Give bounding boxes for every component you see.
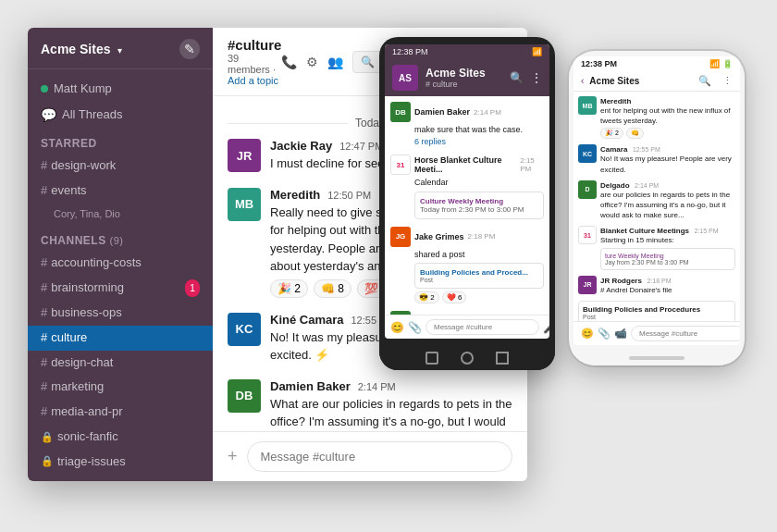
message-author: Jackie Ray (270, 139, 332, 153)
iphone-back-button[interactable]: ‹ (581, 76, 584, 86)
reaction[interactable]: 👊 8 (314, 279, 352, 298)
lock-icon: 🔒 (41, 429, 54, 446)
user-name: Matt Kump (54, 80, 112, 99)
phone-post-card: Building Policies and Proced... Post (414, 263, 544, 289)
phone-post-title[interactable]: Building Policies and Proced... (420, 268, 538, 277)
sidebar-item-design-chat[interactable]: # design-chat (28, 351, 213, 376)
sidebar-item-accounting-costs[interactable]: # accounting-costs (28, 251, 213, 276)
android-search-icon[interactable]: 🔍 (510, 71, 524, 84)
message-text: What are our policies in regards to pets… (270, 395, 512, 432)
android-emoji-icon[interactable]: 😊 (390, 321, 404, 334)
iphone-author: JR Rodgers (600, 277, 642, 285)
iphone-home-bar (569, 351, 745, 365)
channel-label: events (51, 181, 86, 201)
sidebar-item-all-threads[interactable]: 💬 All Threads (28, 102, 213, 128)
android-recents-icon[interactable] (496, 352, 509, 365)
add-topic[interactable]: Add a topic (228, 75, 278, 86)
add-channel-button[interactable]: + Add a channel (28, 475, 213, 481)
iphone-msg-camara: KC Camara 12:55 PM No! It was my pleasur… (578, 144, 735, 174)
info-icon[interactable]: ⚙ (306, 55, 318, 69)
phone-event-time: Today from 2:30 PM to 3:00 PM (420, 205, 538, 214)
phone-text: make sure that was the case. (390, 124, 544, 136)
hash-icon: # (41, 328, 47, 348)
channel-label: brainstorming (51, 278, 124, 298)
workspace-chevron-icon: ▾ (117, 45, 122, 56)
phone-msg-header: 31 Horse Blanket Culture Meeti... 2:15 P… (390, 155, 544, 175)
android-workspace-name: Acme Sites (426, 67, 510, 80)
reaction[interactable]: 🎉 2 (270, 279, 308, 298)
new-message-button[interactable]: ✎ (179, 39, 200, 59)
android-home-icon[interactable] (461, 352, 474, 365)
android-more-icon[interactable]: ⋮ (531, 71, 542, 84)
iphone-emoji-icon[interactable]: 😊 (581, 328, 594, 340)
iphone-msg-row: D Delgado 2:14 PM are our policies in re… (578, 180, 735, 221)
phone-replies[interactable]: 6 replies (390, 136, 544, 148)
iphone-search-icon[interactable]: 🔍 (698, 75, 711, 87)
iphone-event-card: ture Weekly Meeting Jay from 2:30 PM to … (600, 248, 735, 270)
screenshot-container: Acme Sites ▾ ✎ Matt Kump 💬 All Threads S… (0, 0, 777, 532)
iphone-message-input[interactable] (631, 326, 740, 341)
iphone-time: 2:15 PM (695, 228, 719, 234)
phone-msg-calendar: 31 Horse Blanket Culture Meeti... 2:15 P… (390, 155, 544, 219)
iphone-msg-row: KC Camara 12:55 PM No! It was my pleasur… (578, 144, 735, 174)
message-input[interactable] (247, 441, 512, 472)
iphone-attach-icon[interactable]: 📎 (598, 328, 610, 340)
phone-icon[interactable]: 📞 (281, 55, 297, 69)
iphone-screen: 12:38 PM 📶 🔋 ‹ Acme Sites 🔍 ⋮ MB (574, 56, 740, 345)
iphone-nav: ‹ Acme Sites 🔍 ⋮ (574, 71, 740, 92)
iphone-reaction[interactable]: 🎉 2 (600, 128, 623, 139)
channel-label: design-work (51, 156, 116, 176)
members-icon[interactable]: 👥 (327, 55, 343, 69)
sidebar-item-media-and-pr[interactable]: # media-and-pr (28, 400, 213, 425)
android-audio-icon[interactable]: 🎤 (543, 321, 549, 334)
android-back-icon[interactable] (426, 352, 438, 365)
iphone-reactions: 🎉 2 👊 (600, 128, 735, 139)
sidebar-item-brainstorming[interactable]: # brainstorming 1 (28, 276, 213, 301)
channel-label: culture (51, 328, 87, 348)
all-threads-label: All Threads (62, 105, 123, 125)
iphone-msg-jr: JR JR Rodgers 2:18 PM # Andrei Donaire's… (578, 276, 735, 295)
sidebar-item-sonic-fanfic[interactable]: 🔒 sonic-fanfic (28, 425, 213, 450)
plus-icon: + (41, 477, 49, 481)
add-attachment-button[interactable]: + (228, 447, 238, 466)
channel-name: #culture (228, 37, 281, 53)
sidebar-item-user[interactable]: Matt Kump (28, 77, 213, 102)
iphone-msg-content: Camara 12:55 PM No! It was my pleasure! … (600, 144, 735, 174)
iphone-time: 2:18 PM (647, 278, 671, 284)
sidebar-item-marketing[interactable]: # marketing (28, 375, 213, 400)
android-header-icons: 🔍 ⋮ (510, 71, 542, 84)
android-screen: 12:38 PM 📶 AS Acme Sites # culture 🔍 ⋮ (385, 44, 549, 339)
iphone-author: Camara (600, 145, 627, 154)
iphone-msg-delgado: D Delgado 2:14 PM are our policies in re… (578, 180, 735, 221)
iphone-msg-post: Building Policies and Procedures Post (578, 301, 735, 321)
iphone-text: No! It was my pleasure! People are very … (600, 154, 735, 174)
iphone-avatar: D (578, 180, 597, 199)
iphone-video-icon[interactable]: 📹 (614, 328, 627, 340)
iphone-author: Delgado (600, 181, 630, 190)
phone-reaction[interactable]: ❤️ 6 (442, 291, 467, 303)
iphone-reaction[interactable]: 👊 (626, 128, 644, 139)
iphone-text: Starting in 15 minutes: (600, 235, 735, 245)
workspace-name: Acme Sites (41, 42, 110, 56)
phone-text: Calendar (390, 177, 544, 189)
phone-reaction[interactable]: 😎 2 (414, 291, 439, 303)
iphone-msg-content: Meredith ent for helping out with the ne… (600, 96, 735, 139)
sidebar-item-events[interactable]: # events (28, 179, 213, 204)
android-message-input[interactable] (426, 319, 539, 335)
sidebar-item-design-work[interactable]: # design-work (28, 154, 213, 179)
android-time: 12:38 PM (392, 47, 428, 56)
phone-post-label: Post (420, 277, 538, 283)
avatar: JR (228, 139, 261, 172)
member-count: 39 members (228, 53, 270, 75)
iphone-more-icon[interactable]: ⋮ (722, 75, 733, 87)
sidebar-item-culture[interactable]: # culture (28, 326, 213, 351)
workspace-name-container[interactable]: Acme Sites ▾ (41, 42, 122, 56)
iphone-text: are our policies in regards to pets in t… (600, 190, 735, 221)
iphone-msg-header: Blanket Culture Meetings 2:15 PM (600, 226, 735, 235)
sidebar-item-triage-issues[interactable]: 🔒 triage-issues (28, 450, 213, 475)
phone-msg-1: DB Damien Baker 2:14 PM make sure that w… (390, 102, 544, 147)
iphone-text: ent for helping out with the new influx … (600, 105, 735, 126)
user-status-dot (41, 85, 48, 93)
sidebar-item-business-ops[interactable]: # business-ops (28, 301, 213, 326)
android-attachment-icon[interactable]: 📎 (408, 321, 422, 334)
